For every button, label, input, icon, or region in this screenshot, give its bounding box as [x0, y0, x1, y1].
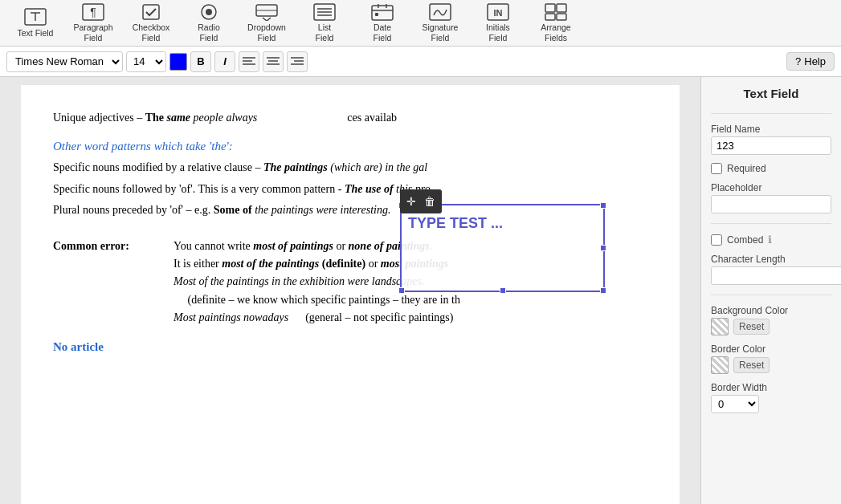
doc-heading2: No article	[53, 337, 647, 356]
required-checkbox[interactable]	[711, 163, 722, 174]
main-toolbar: Text Field ¶ ParagraphField CheckboxFiel…	[0, 0, 841, 47]
svg-rect-23	[557, 4, 566, 12]
toolbar-arrange-fields[interactable]: ArrangeFields	[527, 3, 585, 43]
border-width-select[interactable]: 0 1 2 3	[711, 395, 759, 413]
list-field-icon	[313, 3, 336, 21]
error-line5: Most paintings nowadays (general – not s…	[174, 309, 647, 327]
svg-rect-14	[372, 6, 393, 20]
signature-field-icon	[429, 3, 451, 21]
align-center-button[interactable]	[263, 51, 284, 72]
toolbar-radio-field[interactable]: RadioField	[180, 3, 238, 43]
align-left-button[interactable]	[239, 51, 259, 72]
placeholder-label: Placeholder	[711, 182, 831, 193]
svg-rect-5	[143, 5, 159, 19]
toolbar-signature-field[interactable]: SignatureField	[411, 3, 469, 43]
right-panel: Text Field Field Name Required Placehold…	[700, 77, 841, 504]
bg-color-swatch[interactable]	[711, 318, 729, 335]
toolbar-date-field[interactable]: DateField	[353, 3, 411, 43]
handle-bottom-right[interactable]	[600, 287, 606, 294]
align-right-button[interactable]	[287, 51, 308, 72]
svg-rect-18	[375, 13, 378, 16]
doc-para1: Specific nouns modified by a relative cl…	[53, 159, 647, 177]
handle-top-right[interactable]	[600, 202, 606, 209]
delete-icon[interactable]: 🗑	[422, 192, 438, 211]
combed-info-icon[interactable]: ℹ	[768, 234, 772, 246]
doc-line1: Unique adjectives – The same people alwa…	[53, 109, 647, 127]
border-width-section: Border Width 0 1 2 3	[711, 382, 831, 413]
error-line4: (definite – we know which specific paint…	[174, 291, 647, 309]
handle-mid-bottom[interactable]	[500, 287, 506, 294]
toolbar-date-field-label: DateField	[374, 22, 392, 43]
required-label: Required	[727, 163, 766, 174]
border-color-swatch[interactable]	[711, 356, 729, 374]
char-length-row: Clear	[711, 266, 831, 285]
toolbar-list-field-label: ListField	[316, 22, 334, 43]
handle-mid-right[interactable]	[600, 245, 606, 251]
border-color-label: Border Color	[711, 343, 831, 355]
toolbar-signature-field-label: SignatureField	[423, 22, 459, 43]
panel-title: Text Field	[711, 87, 831, 100]
font-select[interactable]: Times New Roman	[6, 51, 123, 72]
help-label: Help	[804, 55, 826, 67]
field-name-input[interactable]	[711, 136, 831, 155]
move-icon[interactable]: ✛	[404, 192, 418, 211]
bg-reset-button[interactable]: Reset	[733, 319, 770, 335]
toolbar-checkbox-field-label: CheckboxField	[133, 22, 170, 43]
handle-bottom-left[interactable]	[398, 287, 405, 294]
arrange-fields-icon	[545, 3, 567, 21]
panel-divider-2	[711, 223, 831, 224]
combed-checkbox[interactable]	[711, 234, 722, 246]
common-error-label: Common error:	[53, 238, 165, 327]
placeholder-section: Placeholder	[711, 182, 831, 213]
char-length-input[interactable]	[711, 266, 841, 285]
bg-color-row: Reset	[711, 318, 831, 335]
combed-label: Combed	[727, 234, 763, 246]
bg-color-label: Background Color	[711, 305, 831, 316]
initials-field-icon: IN	[487, 3, 509, 21]
svg-point-7	[206, 9, 212, 15]
char-length-label: Character Length	[711, 254, 831, 265]
main-layout: ✛ 🗑 TYPE TEST ... Unique adjectives – Th…	[0, 77, 841, 504]
toolbar-paragraph-field[interactable]: ¶ ParagraphField	[64, 3, 122, 43]
field-name-label: Field Name	[711, 124, 831, 135]
field-name-section: Field Name	[711, 124, 831, 155]
toolbar-text-field[interactable]: Text Field	[6, 3, 64, 43]
help-icon: ?	[795, 55, 801, 67]
border-color-row: Reset	[711, 356, 831, 374]
italic-button[interactable]: I	[214, 51, 235, 72]
field-toolbar: ✛ 🗑	[400, 189, 442, 213]
paragraph-field-icon: ¶	[82, 3, 104, 21]
doc-para2: Specific nouns followed by 'of'. This is…	[53, 181, 647, 198]
size-select[interactable]: 14	[126, 51, 166, 72]
toolbar-initials-field[interactable]: IN InitialsField	[469, 3, 527, 43]
toolbar-radio-field-label: RadioField	[198, 22, 219, 43]
placeholder-input[interactable]	[711, 195, 831, 213]
radio-field-icon	[198, 3, 220, 21]
toolbar-arrange-fields-label: ArrangeFields	[541, 22, 570, 43]
checkbox-field-icon	[140, 3, 162, 21]
svg-text:IN: IN	[494, 8, 503, 18]
svg-rect-22	[545, 4, 555, 12]
combed-row: Combed ℹ	[711, 234, 831, 246]
bg-color-section: Background Color Reset	[711, 305, 831, 335]
color-swatch[interactable]	[169, 53, 187, 71]
document-page: ✛ 🗑 TYPE TEST ... Unique adjectives – Th…	[21, 85, 680, 504]
border-reset-button[interactable]: Reset	[733, 357, 770, 373]
toolbar-text-field-label: Text Field	[18, 28, 54, 39]
toolbar-dropdown-field-label: DropdownField	[247, 22, 286, 43]
toolbar-paragraph-field-label: ParagraphField	[73, 22, 112, 43]
toolbar-list-field[interactable]: ListField	[296, 3, 353, 43]
text-field-box[interactable]: TYPE TEST ...	[400, 204, 605, 292]
document-area: ✛ 🗑 TYPE TEST ... Unique adjectives – Th…	[0, 77, 700, 504]
help-button[interactable]: ? Help	[786, 52, 835, 71]
svg-rect-25	[557, 14, 566, 20]
bold-button[interactable]: B	[190, 51, 211, 72]
date-field-icon	[371, 3, 394, 21]
required-row: Required	[711, 163, 831, 174]
toolbar-dropdown-field[interactable]: DropdownField	[238, 3, 296, 43]
panel-divider-1	[711, 113, 831, 114]
toolbar-checkbox-field[interactable]: CheckboxField	[122, 3, 180, 43]
text-field-icon	[24, 7, 47, 26]
svg-text:¶: ¶	[90, 6, 96, 18]
border-color-section: Border Color Reset	[711, 343, 831, 374]
